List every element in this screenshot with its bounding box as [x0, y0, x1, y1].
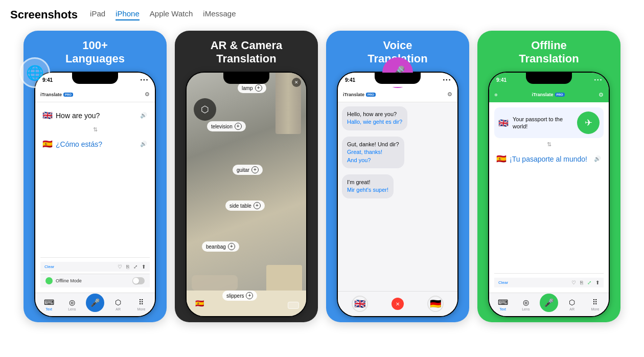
- settings-icon-4[interactable]: ⚙: [599, 92, 604, 98]
- screenshots-header: Screenshots iPad iPhone Apple Watch iMes…: [10, 8, 634, 21]
- ar-plus-guitar[interactable]: +: [251, 166, 259, 173]
- ar-label-slippers[interactable]: slippers +: [222, 291, 257, 301]
- phone-headline-ar: AR & Camera Translation: [211, 38, 283, 66]
- ar-label-television[interactable]: television +: [207, 121, 246, 131]
- offline-label-1: Offline Mode: [56, 278, 129, 283]
- device-tabs: iPad iPhone Apple Watch iMessage: [90, 9, 236, 20]
- more-icon-4: ⠿: [592, 298, 597, 306]
- chat-bubble-3: I'm great! Mir geht's super!: [342, 174, 394, 198]
- divider-4: [494, 273, 604, 274]
- tab-more-1[interactable]: ⠿ More: [130, 298, 153, 311]
- chat-bubble-2: Gut, danke! Und dir? Great, thanks!And y…: [342, 137, 404, 168]
- phone-notch-2: [223, 73, 269, 84]
- tab-lens-4[interactable]: ◎ Lens: [514, 298, 537, 311]
- source-flag-1: 🇬🇧: [42, 110, 53, 120]
- close-circle-voice[interactable]: ✕: [392, 298, 404, 310]
- status-time-4: 9:41: [496, 77, 507, 83]
- settings-icon-1[interactable]: ⚙: [145, 91, 150, 98]
- close-button[interactable]: ✕: [292, 78, 301, 87]
- speaker-icon-1[interactable]: 🔊: [140, 111, 148, 120]
- source-text-1: How are you?: [56, 111, 136, 120]
- speaker-icon-offline[interactable]: 🔊: [593, 155, 602, 163]
- ar-cam-indicator: [288, 302, 299, 309]
- more-icon-1: ⠿: [139, 298, 144, 306]
- ar-label-guitar[interactable]: guitar +: [233, 165, 263, 175]
- text-icon-1: ⌨: [44, 298, 54, 306]
- offline-toggle-1[interactable]: [132, 277, 145, 284]
- tab-apple-watch[interactable]: Apple Watch: [150, 9, 193, 20]
- heart-icon-1[interactable]: ♡: [118, 264, 122, 270]
- heart-icon-4[interactable]: ♡: [571, 280, 576, 285]
- tab-iphone[interactable]: iPhone: [116, 9, 140, 20]
- offline-source-text: Your passport to the world!: [513, 116, 573, 130]
- tab-text-4[interactable]: ⌨ Text: [491, 298, 514, 311]
- copy-icon-4[interactable]: ⎘: [580, 280, 583, 285]
- tab-imessage[interactable]: iMessage: [203, 9, 236, 20]
- tab-mic-1[interactable]: 🎤: [83, 296, 106, 314]
- offline-source-flag: 🇬🇧: [498, 118, 509, 128]
- flag-circle-gb: 🇬🇧: [352, 296, 368, 312]
- ar-plus-television[interactable]: +: [235, 123, 242, 130]
- tab-mic-4[interactable]: 🎤: [537, 296, 560, 314]
- phone-screen-4: 9:41 ▪ ▪ ▪ ⊕ iTranslate PRO ⚙ 🇬🇧 Your pa…: [489, 73, 609, 316]
- bottom-tabs-1: ⌨ Text ◎ Lens 🎤 ⬡ AR ⠿: [35, 293, 155, 316]
- expand-icon-4[interactable]: ⤢: [587, 280, 591, 285]
- tab-more-label-4: More: [591, 307, 599, 311]
- phone-notch-3: [375, 73, 421, 84]
- clear-label-1[interactable]: Clear: [44, 264, 54, 269]
- camera-bg: ⬡ ✕ lamp + television +: [187, 73, 306, 316]
- ar-plus-slippers[interactable]: +: [246, 292, 253, 299]
- phone-frame-2: ⬡ ✕ lamp + television +: [186, 72, 307, 317]
- flag-circle-de: 🇩🇪: [427, 296, 444, 312]
- screenshots-grid: 100+ Languages 🌐 9:41 ▪ ▪ ▪ iTranslate P…: [10, 31, 634, 322]
- ar-label-sidetable[interactable]: side table +: [225, 200, 265, 211]
- app-header-3: iTranslate PRO ⚙: [338, 87, 457, 102]
- translate-area-4: 🇬🇧 Your passport to the world! ✈ ⇅ 🇪🇸 ¡T…: [489, 102, 609, 293]
- bottom-tabs-4: ⌨ Text ◎ Lens 🎤 ⬡ AR ⠿: [489, 293, 609, 316]
- ar-plus-lamp[interactable]: +: [255, 84, 262, 92]
- offline-dot-1: [45, 277, 53, 284]
- expand-icon-1[interactable]: ⤢: [133, 264, 137, 270]
- clear-label-4[interactable]: Clear: [498, 280, 508, 285]
- share-icon-1[interactable]: ⬆: [142, 264, 146, 270]
- tab-ipad[interactable]: iPad: [90, 9, 105, 20]
- ar-plus-beanbag[interactable]: +: [228, 243, 235, 250]
- ar-label-lamp[interactable]: lamp +: [238, 83, 266, 93]
- app-header-1: iTranslate PRO ⚙: [35, 87, 155, 102]
- settings-icon-3[interactable]: ⚙: [447, 91, 452, 98]
- ar-box-icon: ⬡: [194, 98, 216, 121]
- copy-icon-1[interactable]: ⎘: [126, 264, 129, 270]
- text-icon-4: ⌨: [498, 298, 508, 306]
- phone-frame-1: 9:41 ▪ ▪ ▪ iTranslate PRO ⚙ 🇬🇧 How are y…: [34, 72, 156, 317]
- swap-icon-4[interactable]: ⇅: [494, 140, 604, 149]
- room-rug: [192, 275, 238, 291]
- app-logo-3: iTranslate PRO: [343, 92, 376, 97]
- tab-text-1[interactable]: ⌨ Text: [37, 298, 60, 311]
- share-icon-4[interactable]: ⬆: [595, 280, 600, 285]
- translate-area-1: 🇬🇧 How are you? 🔊 ⇅ 🇪🇸 ¿Cómo estás? 🔊 Cl…: [35, 102, 155, 293]
- ar-label-beanbag[interactable]: beanbag +: [202, 241, 239, 252]
- tab-ar-1[interactable]: ⬡ AR: [107, 298, 130, 311]
- action-bar-1: Clear ♡ ⎘ ⤢ ⬆: [40, 262, 150, 272]
- tab-text-label-1: Text: [45, 307, 52, 311]
- plus-icon-offline[interactable]: ⊕: [494, 93, 498, 97]
- phone-headline-offline: Offline Translation: [519, 38, 579, 66]
- action-icons-1: ♡ ⎘ ⤢ ⬆: [118, 264, 146, 270]
- mic-button-1[interactable]: 🎤: [86, 294, 104, 312]
- app-logo-1: iTranslate PRO: [40, 92, 73, 97]
- tab-more-label-1: More: [137, 307, 145, 311]
- tab-ar-4[interactable]: ⬡ AR: [561, 298, 584, 311]
- swap-icon-1[interactable]: ⇅: [40, 125, 150, 134]
- tab-lens-1[interactable]: ◎ Lens: [60, 298, 83, 311]
- page-title: Screenshots: [10, 8, 78, 21]
- divider-1: [40, 257, 150, 258]
- ar-plus-sidetable[interactable]: +: [254, 202, 261, 209]
- lens-icon-4: ◎: [523, 298, 529, 306]
- mic-button-4[interactable]: 🎤: [540, 294, 558, 312]
- phone-notch-1: [72, 73, 118, 84]
- speaker-icon-2[interactable]: 🔊: [140, 140, 148, 148]
- ar-flag-es: 🇪🇸: [194, 298, 205, 309]
- status-icons-4: ▪ ▪ ▪: [594, 77, 602, 82]
- chat-bubble-1: Hello, how are you? Hallo, wie geht es d…: [342, 106, 407, 130]
- tab-more-4[interactable]: ⠿ More: [584, 298, 607, 311]
